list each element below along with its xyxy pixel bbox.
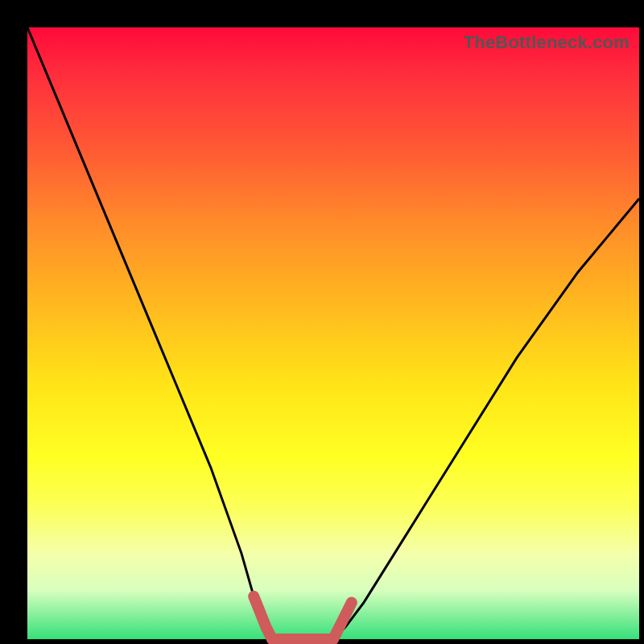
chart-svg bbox=[27, 27, 639, 639]
curve-right bbox=[333, 199, 639, 639]
chart-frame: TheBottleneck.com bbox=[0, 0, 644, 644]
curve-left bbox=[27, 27, 272, 639]
highlight-region bbox=[254, 597, 352, 639]
chart-plot-area: TheBottleneck.com bbox=[27, 27, 639, 639]
